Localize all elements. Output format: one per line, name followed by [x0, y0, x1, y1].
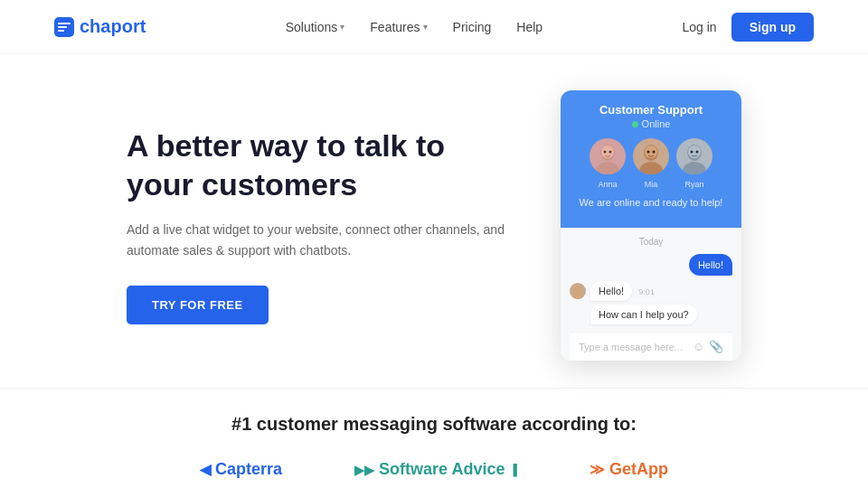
chevron-down-icon: ▾: [340, 22, 344, 32]
svg-point-14: [691, 151, 693, 154]
sa-label: Software Advice: [379, 460, 505, 479]
avatar-mia: [633, 138, 669, 174]
login-button[interactable]: Log in: [683, 20, 717, 34]
getapp-icon: ≫: [590, 461, 605, 478]
message-time: 9:01: [638, 287, 655, 296]
agent-anna-name: Anna: [598, 180, 617, 189]
nav-help[interactable]: Help: [516, 20, 542, 34]
avatar-anna: [590, 138, 626, 174]
nav-solutions[interactable]: Solutions ▾: [286, 20, 345, 34]
chat-body: Today Hello! Hello!: [561, 228, 741, 361]
svg-point-9: [647, 151, 650, 154]
logo-text: chaport: [80, 16, 146, 37]
message-hello-right: Hello!: [570, 254, 732, 276]
ratings-section: #1 customer messaging software according…: [0, 388, 868, 488]
bubble-left-help: How can I help you?: [590, 305, 697, 324]
nav-actions: Log in Sign up: [683, 13, 814, 42]
hero-title: A better way to talk to your customers: [127, 127, 506, 203]
chat-date: Today: [570, 237, 732, 247]
hero-subtitle: Add a live chat widget to your website, …: [127, 220, 506, 260]
capterra-brand: ◀ Capterra: [200, 460, 282, 479]
capterra-label: Capterra: [215, 460, 282, 479]
svg-point-8: [645, 145, 657, 158]
emoji-icon[interactable]: ☺: [693, 340, 704, 353]
capterra-icon: ◀: [200, 461, 211, 478]
svg-point-3: [601, 145, 614, 158]
sa-icon: ▶▶: [354, 463, 374, 477]
rating-getapp: ≫ GetApp 4.8 out of 5 ★★★★★: [590, 460, 668, 488]
svg-point-10: [653, 151, 656, 154]
svg-point-4: [604, 151, 607, 154]
chat-widget: Customer Support Online Anna: [561, 90, 741, 361]
agent-ryan: Ryan: [676, 138, 712, 190]
avatar-ryan: [676, 138, 712, 174]
ready-message: We are online and ready to help!: [575, 197, 727, 217]
logo[interactable]: chaport: [54, 16, 146, 37]
sa-icon2: ▐: [509, 464, 517, 476]
signup-button[interactable]: Sign up: [731, 13, 814, 42]
chat-status: Online: [575, 118, 727, 129]
svg-point-17: [572, 293, 583, 299]
rating-capterra: ◀ Capterra 4.8 out of 5 ★★★★★: [200, 460, 282, 488]
chat-input-icons: ☺ 📎: [693, 340, 723, 353]
try-for-free-button[interactable]: TRY FOR FREE: [127, 286, 269, 324]
bubble-group: Hello! 9:01 How can I help you?: [590, 281, 697, 324]
rating-software-advice: ▶▶ Software Advice ▐ 4.8 out of 5 ★★★★★: [354, 460, 517, 488]
attachment-icon[interactable]: 📎: [709, 340, 723, 353]
svg-point-7: [639, 162, 663, 174]
hero-section: A better way to talk to your customers A…: [0, 54, 868, 388]
agent-mia: Mia: [633, 138, 669, 190]
agent-mia-name: Mia: [645, 180, 658, 189]
message-hello-left: Hello! 9:01 How can I help you?: [570, 281, 732, 324]
bubble-right: Hello!: [689, 254, 732, 276]
svg-point-2: [596, 162, 619, 174]
chat-widget-preview: Customer Support Online Anna: [561, 90, 741, 361]
svg-point-16: [574, 286, 581, 293]
sa-brand: ▶▶ Software Advice ▐: [354, 460, 517, 479]
svg-point-5: [609, 151, 612, 154]
agent-small-avatar: [570, 283, 586, 299]
chat-input-area: Type a message here... ☺ 📎: [570, 332, 732, 361]
chat-header: Customer Support Online Anna: [561, 90, 741, 228]
ratings-title: #1 customer messaging software according…: [54, 414, 814, 435]
agent-ryan-name: Ryan: [684, 180, 703, 189]
online-indicator: [632, 121, 638, 127]
chevron-down-icon: ▾: [423, 22, 428, 32]
agent-anna: Anna: [590, 138, 626, 190]
svg-point-12: [683, 162, 706, 174]
chat-input-placeholder[interactable]: Type a message here...: [579, 342, 683, 352]
chat-support-title: Customer Support: [575, 103, 727, 117]
svg-point-15: [696, 151, 699, 154]
navbar: chaport Solutions ▾ Features ▾ Pricing H…: [0, 0, 868, 54]
bubble-left-hello: Hello!: [590, 281, 632, 301]
agent-avatars: Anna Mia Ryan: [575, 138, 727, 190]
nav-pricing[interactable]: Pricing: [453, 20, 492, 34]
ratings-row: ◀ Capterra 4.8 out of 5 ★★★★★ ▶▶ Softwar…: [54, 460, 814, 488]
nav-links: Solutions ▾ Features ▾ Pricing Help: [286, 20, 542, 34]
nav-features[interactable]: Features ▾: [370, 20, 427, 34]
hero-text: A better way to talk to your customers A…: [127, 127, 506, 324]
getapp-brand: ≫ GetApp: [590, 460, 668, 479]
getapp-label: GetApp: [609, 460, 668, 479]
